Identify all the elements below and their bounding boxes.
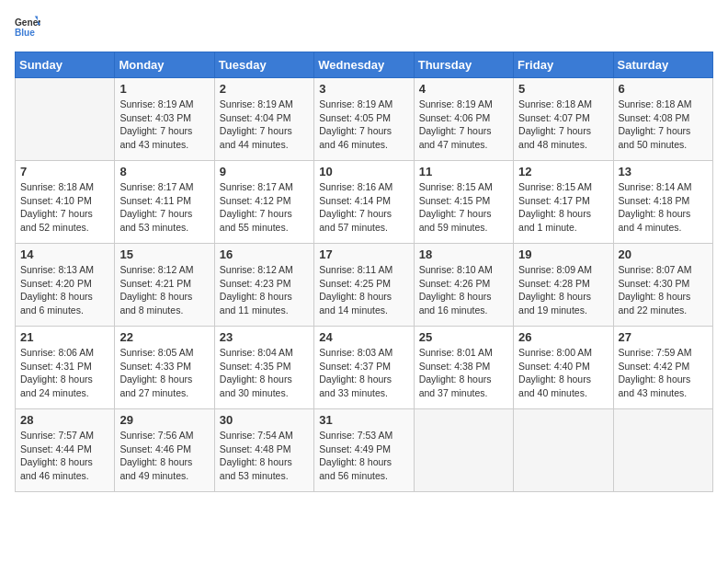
- day-info: Sunrise: 8:18 AMSunset: 4:08 PMDaylight:…: [619, 98, 708, 152]
- day-number: 3: [319, 82, 408, 96]
- day-number: 27: [619, 330, 708, 344]
- day-number: 5: [518, 82, 608, 96]
- calendar-cell: [414, 409, 513, 492]
- weekday-header-tuesday: Tuesday: [214, 52, 313, 78]
- day-info: Sunrise: 7:53 AMSunset: 4:49 PMDaylight:…: [319, 429, 408, 483]
- weekday-header-row: SundayMondayTuesdayWednesdayThursdayFrid…: [16, 52, 713, 78]
- day-number: 6: [619, 82, 708, 96]
- day-number: 28: [20, 413, 109, 427]
- day-number: 2: [220, 82, 309, 96]
- day-number: 7: [20, 165, 109, 178]
- day-info: Sunrise: 8:12 AMSunset: 4:21 PMDaylight:…: [119, 263, 209, 317]
- calendar-cell: 17Sunrise: 8:11 AMSunset: 4:25 PMDayligh…: [314, 244, 414, 327]
- calendar-cell: 31Sunrise: 7:53 AMSunset: 4:49 PMDayligh…: [314, 409, 414, 492]
- day-info: Sunrise: 8:06 AMSunset: 4:31 PMDaylight:…: [20, 346, 109, 400]
- day-info: Sunrise: 7:56 AMSunset: 4:46 PMDaylight:…: [119, 429, 209, 483]
- svg-text:General: General: [15, 17, 40, 28]
- day-number: 16: [220, 247, 309, 261]
- calendar-cell: 9Sunrise: 8:17 AMSunset: 4:12 PMDaylight…: [214, 161, 313, 244]
- day-info: Sunrise: 8:19 AMSunset: 4:04 PMDaylight:…: [220, 98, 309, 152]
- calendar-cell: 24Sunrise: 8:03 AMSunset: 4:37 PMDayligh…: [314, 327, 414, 409]
- day-number: 31: [319, 413, 408, 427]
- day-info: Sunrise: 8:17 AMSunset: 4:12 PMDaylight:…: [220, 180, 309, 235]
- day-info: Sunrise: 8:05 AMSunset: 4:33 PMDaylight:…: [119, 346, 209, 400]
- calendar-cell: 27Sunrise: 7:59 AMSunset: 4:42 PMDayligh…: [613, 327, 712, 409]
- day-number: 11: [419, 165, 508, 178]
- day-info: Sunrise: 8:19 AMSunset: 4:05 PMDaylight:…: [319, 98, 408, 152]
- day-number: 15: [119, 247, 209, 261]
- day-info: Sunrise: 7:57 AMSunset: 4:44 PMDaylight:…: [20, 429, 109, 483]
- calendar-cell: 3Sunrise: 8:19 AMSunset: 4:05 PMDaylight…: [314, 78, 414, 161]
- calendar-cell: 30Sunrise: 7:54 AMSunset: 4:48 PMDayligh…: [214, 409, 313, 492]
- day-info: Sunrise: 8:12 AMSunset: 4:23 PMDaylight:…: [220, 263, 309, 317]
- day-info: Sunrise: 8:15 AMSunset: 4:17 PMDaylight:…: [518, 180, 608, 235]
- day-number: 29: [119, 413, 209, 427]
- calendar-cell: [16, 78, 115, 161]
- day-number: 24: [319, 330, 408, 344]
- calendar-cell: 14Sunrise: 8:13 AMSunset: 4:20 PMDayligh…: [16, 244, 115, 327]
- calendar-cell: 22Sunrise: 8:05 AMSunset: 4:33 PMDayligh…: [115, 327, 214, 409]
- day-info: Sunrise: 7:59 AMSunset: 4:42 PMDaylight:…: [619, 346, 708, 400]
- calendar-cell: [514, 409, 613, 492]
- day-number: 14: [20, 247, 109, 261]
- svg-text:Blue: Blue: [15, 28, 35, 38]
- day-info: Sunrise: 7:54 AMSunset: 4:48 PMDaylight:…: [220, 429, 309, 483]
- calendar-table: SundayMondayTuesdayWednesdayThursdayFrid…: [15, 52, 713, 492]
- day-number: 12: [518, 165, 608, 178]
- weekday-header-saturday: Saturday: [613, 52, 712, 78]
- calendar-week-row: 1Sunrise: 8:19 AMSunset: 4:03 PMDaylight…: [16, 78, 713, 161]
- day-number: 22: [119, 330, 209, 344]
- calendar-cell: 5Sunrise: 8:18 AMSunset: 4:07 PMDaylight…: [514, 78, 613, 161]
- day-number: 8: [119, 165, 209, 178]
- day-info: Sunrise: 8:10 AMSunset: 4:26 PMDaylight:…: [419, 263, 508, 317]
- calendar-cell: 25Sunrise: 8:01 AMSunset: 4:38 PMDayligh…: [414, 327, 513, 409]
- weekday-header-wednesday: Wednesday: [314, 52, 414, 78]
- calendar-cell: 18Sunrise: 8:10 AMSunset: 4:26 PMDayligh…: [414, 244, 513, 327]
- day-info: Sunrise: 8:19 AMSunset: 4:06 PMDaylight:…: [419, 98, 508, 152]
- day-info: Sunrise: 8:09 AMSunset: 4:28 PMDaylight:…: [518, 263, 608, 317]
- day-info: Sunrise: 8:16 AMSunset: 4:14 PMDaylight:…: [319, 180, 408, 235]
- weekday-header-thursday: Thursday: [414, 52, 513, 78]
- calendar-week-row: 14Sunrise: 8:13 AMSunset: 4:20 PMDayligh…: [16, 244, 713, 327]
- calendar-cell: 28Sunrise: 7:57 AMSunset: 4:44 PMDayligh…: [16, 409, 115, 492]
- calendar-cell: 12Sunrise: 8:15 AMSunset: 4:17 PMDayligh…: [514, 161, 613, 244]
- page-header: General Blue: [15, 15, 713, 40]
- day-info: Sunrise: 8:07 AMSunset: 4:30 PMDaylight:…: [619, 263, 708, 317]
- day-number: 18: [419, 247, 508, 261]
- calendar-cell: 29Sunrise: 7:56 AMSunset: 4:46 PMDayligh…: [115, 409, 214, 492]
- calendar-cell: 4Sunrise: 8:19 AMSunset: 4:06 PMDaylight…: [414, 78, 513, 161]
- day-info: Sunrise: 8:18 AMSunset: 4:10 PMDaylight:…: [20, 180, 109, 235]
- calendar-cell: [613, 409, 712, 492]
- day-info: Sunrise: 8:13 AMSunset: 4:20 PMDaylight:…: [20, 263, 109, 317]
- calendar-cell: 21Sunrise: 8:06 AMSunset: 4:31 PMDayligh…: [16, 327, 115, 409]
- day-info: Sunrise: 8:15 AMSunset: 4:15 PMDaylight:…: [419, 180, 508, 235]
- calendar-week-row: 21Sunrise: 8:06 AMSunset: 4:31 PMDayligh…: [16, 327, 713, 409]
- day-info: Sunrise: 8:00 AMSunset: 4:40 PMDaylight:…: [518, 346, 608, 400]
- day-info: Sunrise: 8:11 AMSunset: 4:25 PMDaylight:…: [319, 263, 408, 317]
- calendar-week-row: 7Sunrise: 8:18 AMSunset: 4:10 PMDaylight…: [16, 161, 713, 244]
- day-number: 13: [619, 165, 708, 178]
- logo: General Blue: [15, 15, 40, 40]
- weekday-header-monday: Monday: [115, 52, 214, 78]
- day-number: 21: [20, 330, 109, 344]
- calendar-cell: 7Sunrise: 8:18 AMSunset: 4:10 PMDaylight…: [16, 161, 115, 244]
- logo-icon: General Blue: [15, 15, 40, 40]
- day-number: 25: [419, 330, 508, 344]
- day-info: Sunrise: 8:17 AMSunset: 4:11 PMDaylight:…: [119, 180, 209, 235]
- day-info: Sunrise: 8:19 AMSunset: 4:03 PMDaylight:…: [119, 98, 209, 152]
- weekday-header-friday: Friday: [514, 52, 613, 78]
- day-number: 23: [220, 330, 309, 344]
- day-number: 1: [119, 82, 209, 96]
- calendar-cell: 8Sunrise: 8:17 AMSunset: 4:11 PMDaylight…: [115, 161, 214, 244]
- calendar-cell: 26Sunrise: 8:00 AMSunset: 4:40 PMDayligh…: [514, 327, 613, 409]
- day-number: 17: [319, 247, 408, 261]
- calendar-week-row: 28Sunrise: 7:57 AMSunset: 4:44 PMDayligh…: [16, 409, 713, 492]
- day-info: Sunrise: 8:01 AMSunset: 4:38 PMDaylight:…: [419, 346, 508, 400]
- calendar-cell: 13Sunrise: 8:14 AMSunset: 4:18 PMDayligh…: [613, 161, 712, 244]
- calendar-cell: 23Sunrise: 8:04 AMSunset: 4:35 PMDayligh…: [214, 327, 313, 409]
- calendar-cell: 1Sunrise: 8:19 AMSunset: 4:03 PMDaylight…: [115, 78, 214, 161]
- day-number: 20: [619, 247, 708, 261]
- calendar-cell: 10Sunrise: 8:16 AMSunset: 4:14 PMDayligh…: [314, 161, 414, 244]
- day-info: Sunrise: 8:14 AMSunset: 4:18 PMDaylight:…: [619, 180, 708, 235]
- calendar-cell: 20Sunrise: 8:07 AMSunset: 4:30 PMDayligh…: [613, 244, 712, 327]
